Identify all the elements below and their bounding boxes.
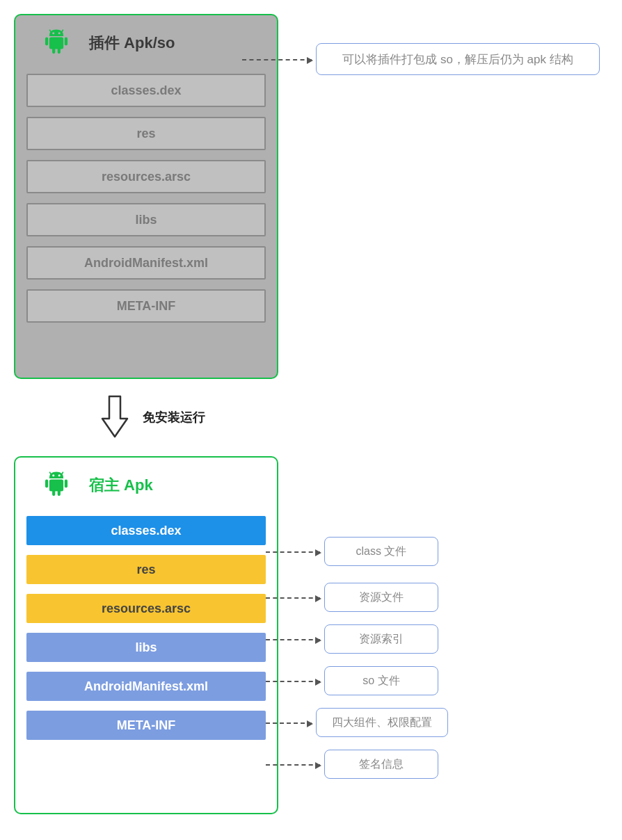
connector-res (266, 597, 320, 599)
plugin-row-manifest: AndroidManifest.xml (26, 246, 266, 280)
host-apk-panel: 宿主 Apk classes.dex res resources.arsc li… (14, 456, 278, 814)
host-row-meta-inf: META-INF (26, 711, 266, 740)
callout-meta: 签名信息 (324, 750, 438, 779)
plugin-row-classes-dex: classes.dex (26, 74, 266, 107)
plugin-row-resources-arsc: resources.arsc (26, 160, 266, 193)
connector-arsc (266, 639, 320, 640)
callout-plugin-note: 可以将插件打包成 so，解压后仍为 apk 结构 (316, 43, 600, 75)
android-icon (38, 470, 75, 501)
svg-point-0 (52, 32, 54, 34)
android-icon (38, 28, 75, 58)
svg-rect-6 (65, 38, 67, 46)
plugin-row-libs: libs (26, 203, 266, 236)
callout-res: 资源文件 (324, 583, 438, 612)
svg-point-1 (58, 32, 61, 34)
svg-rect-7 (52, 48, 55, 54)
svg-rect-8 (58, 48, 61, 54)
svg-rect-15 (65, 480, 67, 488)
callout-dex: class 文件 (324, 537, 438, 566)
plugin-panel-title: 插件 Apk/so (89, 33, 175, 54)
host-row-res: res (26, 555, 266, 584)
plugin-rows: classes.dex res resources.arsc libs Andr… (26, 74, 266, 323)
host-row-resources-arsc: resources.arsc (26, 594, 266, 623)
transition-label: 免安装运行 (143, 409, 205, 426)
plugin-apk-panel: 插件 Apk/so classes.dex res resources.arsc… (14, 14, 278, 379)
connector-libs (266, 681, 320, 682)
svg-point-9 (52, 474, 54, 476)
svg-rect-5 (45, 38, 48, 46)
plugin-row-res: res (26, 117, 266, 150)
connector-dex (266, 551, 320, 553)
host-row-libs: libs (26, 633, 266, 662)
host-rows: classes.dex res resources.arsc libs Andr… (26, 516, 266, 740)
diagram-stage: 插件 Apk/so classes.dex res resources.arsc… (14, 14, 608, 826)
connector-manifest (266, 722, 312, 724)
plugin-row-meta-inf: META-INF (26, 289, 266, 323)
connector-meta (266, 764, 320, 766)
host-panel-title: 宿主 Apk (89, 475, 153, 496)
host-panel-header: 宿主 Apk (38, 470, 266, 501)
callout-manifest: 四大组件、权限配置 (316, 708, 448, 737)
plugin-panel-header: 插件 Apk/so (38, 28, 266, 58)
svg-rect-17 (58, 490, 61, 496)
down-arrow-icon (101, 395, 129, 439)
svg-rect-13 (49, 480, 63, 492)
host-row-manifest: AndroidManifest.xml (26, 672, 266, 701)
callout-arsc: 资源索引 (324, 624, 438, 654)
connector-plugin-note (242, 59, 312, 60)
svg-rect-14 (45, 480, 48, 488)
transition-block: 免安装运行 (101, 395, 205, 439)
svg-rect-4 (49, 38, 63, 49)
svg-point-10 (58, 474, 61, 476)
svg-rect-16 (52, 490, 55, 496)
callout-libs: so 文件 (324, 666, 438, 695)
host-row-classes-dex: classes.dex (26, 516, 266, 545)
